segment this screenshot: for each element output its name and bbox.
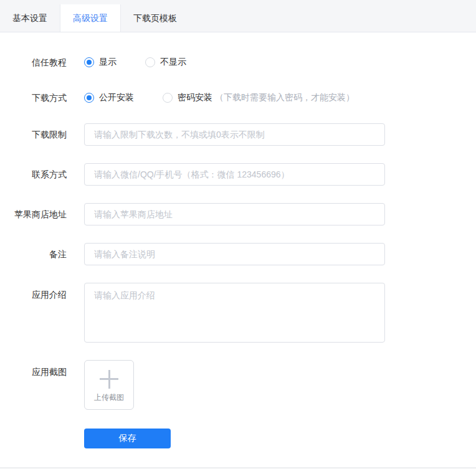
radio-label: 公开安装 (99, 92, 134, 103)
remark-row: 备注 (0, 243, 476, 265)
plus-icon (100, 370, 118, 389)
radio-unchecked-icon[interactable] (163, 93, 173, 103)
app-intro-row: 应用介绍 (0, 283, 476, 343)
tab-download-page-template[interactable]: 下载页模板 (121, 5, 189, 32)
save-row: 保存 (0, 429, 476, 448)
public-install-radio[interactable]: 公开安装 (84, 92, 134, 103)
advanced-settings-form: 信任教程 显示 不显示 下载方式 公开安装 密码安装 （下载时需要输入密码，才能… (0, 32, 476, 448)
password-install-radio[interactable]: 密码安装 (163, 92, 212, 103)
tab-basic-settings[interactable]: 基本设置 (0, 5, 60, 32)
radio-label: 显示 (99, 57, 117, 68)
download-method-row: 下载方式 公开安装 密码安装 （下载时需要输入密码，才能安装） (0, 92, 476, 104)
remark-label: 备注 (0, 248, 67, 260)
tab-advanced-settings[interactable]: 高级设置 (60, 4, 121, 32)
tab-bar: 基本设置 高级设置 下载页模板 (0, 0, 476, 32)
upload-screenshot-text: 上传截图 (94, 392, 124, 403)
radio-label: 不显示 (160, 57, 186, 68)
save-button[interactable]: 保存 (84, 429, 171, 448)
app-intro-textarea[interactable] (84, 283, 385, 343)
download-method-label: 下载方式 (0, 92, 67, 104)
radio-checked-icon[interactable] (84, 57, 94, 67)
download-limit-row: 下载限制 (0, 123, 476, 146)
trust-tutorial-label: 信任教程 (0, 56, 67, 69)
app-screenshot-label: 应用截图 (0, 360, 67, 378)
contact-label: 联系方式 (0, 168, 67, 181)
contact-input[interactable] (84, 163, 385, 186)
app-intro-label: 应用介绍 (0, 283, 67, 301)
trust-tutorial-show-radio[interactable]: 显示 (84, 57, 117, 68)
upload-screenshot-button[interactable]: 上传截图 (84, 360, 134, 410)
trust-tutorial-hide-radio[interactable]: 不显示 (145, 57, 186, 68)
download-limit-input[interactable] (84, 123, 385, 146)
app-screenshot-row: 应用截图 上传截图 (0, 360, 476, 410)
download-limit-label: 下载限制 (0, 128, 67, 141)
trust-tutorial-row: 信任教程 显示 不显示 (0, 56, 476, 69)
remark-input[interactable] (84, 243, 385, 265)
app-store-url-input[interactable] (84, 203, 385, 225)
app-store-url-label: 苹果商店地址 (0, 208, 67, 220)
radio-checked-icon[interactable] (84, 93, 94, 103)
radio-label: 密码安装 (178, 92, 212, 103)
contact-row: 联系方式 (0, 163, 476, 186)
radio-unchecked-icon[interactable] (145, 57, 155, 67)
password-install-hint: （下载时需要输入密码，才能安装） (215, 92, 355, 103)
app-store-url-row: 苹果商店地址 (0, 203, 476, 225)
